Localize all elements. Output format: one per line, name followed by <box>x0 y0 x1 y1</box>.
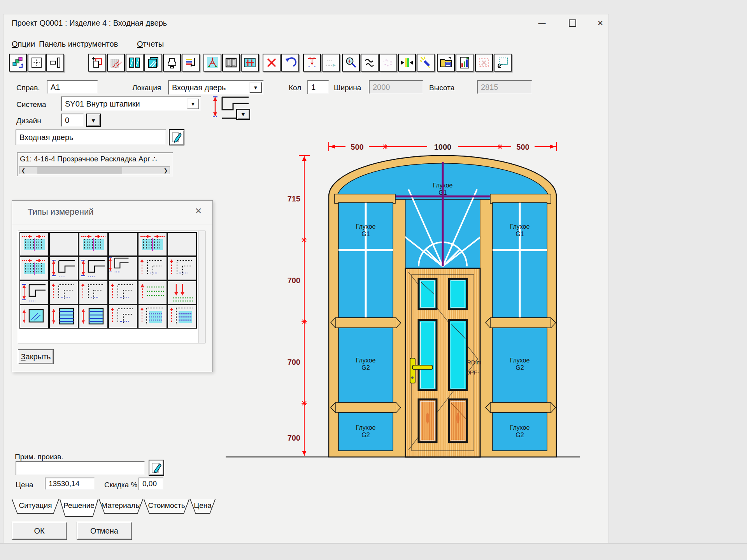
toolbar-button[interactable] <box>398 54 416 72</box>
toolbar-button[interactable] <box>303 54 321 72</box>
dialog-list-scrollbar[interactable] <box>198 231 205 343</box>
toolbar-button[interactable] <box>9 54 27 72</box>
chevron-down-icon[interactable]: ▼ <box>249 82 262 93</box>
measure-type-cell[interactable] <box>108 232 138 256</box>
chevron-down-icon[interactable]: ▼ <box>187 98 199 109</box>
measure-type-cell[interactable] <box>19 304 49 329</box>
edit-note-button[interactable] <box>169 129 184 145</box>
measure-type-cell[interactable] <box>108 280 138 304</box>
measure-type-cell[interactable] <box>167 280 197 304</box>
report-chart-icon <box>458 56 471 69</box>
two-sash-icon <box>224 56 238 69</box>
door-profile-text2: DPF- <box>466 369 479 376</box>
toolbar-button[interactable] <box>241 54 259 72</box>
toolbar-button[interactable] <box>342 54 360 72</box>
measure-type-cell[interactable] <box>19 280 49 304</box>
tab-cost[interactable]: Стоимость <box>144 499 189 514</box>
menu-options[interactable]: Опции <box>12 40 35 49</box>
toolbar-button[interactable] <box>28 54 46 72</box>
dialog-close-action-button[interactable]: Закрыть <box>18 349 54 364</box>
scroll-right-icon[interactable]: ❯ <box>162 167 170 174</box>
system-value: SY01 Внутр штапики <box>65 100 140 108</box>
product-name-input[interactable]: Входная дверь <box>16 130 166 145</box>
tab-situation[interactable]: Ситуация <box>12 499 59 514</box>
minimize-button[interactable]: — <box>534 17 550 29</box>
toolbar-button[interactable] <box>475 54 493 72</box>
sash-icon <box>128 56 141 69</box>
tab-materials[interactable]: Материалы <box>99 499 143 514</box>
drawing-area[interactable]: Глухое G1 Глухое G1 Глухое <box>218 138 587 459</box>
undo-icon <box>284 56 297 69</box>
toolbar-button[interactable] <box>494 54 512 72</box>
discount-input[interactable]: 0,00 <box>139 478 163 490</box>
toolbar-button[interactable] <box>203 54 221 72</box>
toolbar-button[interactable] <box>263 54 281 72</box>
toolbar-button[interactable] <box>88 54 106 72</box>
measure-type-cell[interactable] <box>167 304 197 329</box>
tab-label: Материалы <box>100 499 142 513</box>
toolbar-button[interactable] <box>46 54 64 72</box>
cancel-button[interactable]: Отмена <box>77 522 132 540</box>
location-select[interactable]: Входная дверь ▼ <box>168 80 264 95</box>
scroll-left-icon[interactable]: ❮ <box>19 167 27 174</box>
ref-input[interactable]: A1 <box>47 80 98 94</box>
measure-type-cell[interactable] <box>138 280 167 304</box>
toolbar-button[interactable] <box>361 54 379 72</box>
left-mid-label2: G2 <box>361 364 370 371</box>
tab-price[interactable]: Цена <box>190 499 216 514</box>
measure-type-cell[interactable] <box>108 304 138 329</box>
measure-type-cell[interactable] <box>49 280 79 304</box>
scrollbar-thumb[interactable] <box>37 167 122 174</box>
measure-type-cell[interactable] <box>49 256 79 280</box>
chevron-down-icon: ▼ <box>240 111 246 117</box>
measure-type-cell[interactable] <box>19 232 49 256</box>
toolbar-button[interactable] <box>163 54 181 72</box>
toolbar-button[interactable] <box>281 54 299 72</box>
tab-label: Стоимость <box>144 499 189 513</box>
toolbar-button[interactable] <box>222 54 240 72</box>
menu-reports[interactable]: Отчеты <box>137 40 164 49</box>
measure-type-cell[interactable] <box>167 232 197 256</box>
measure-type-cell[interactable] <box>79 232 108 256</box>
design-dropdown-button[interactable]: ▼ <box>86 114 101 127</box>
left-bot-label2: G2 <box>361 432 370 438</box>
glass-spec-scrollbar[interactable]: ❮ ❯ <box>19 166 170 174</box>
measure-type-cell[interactable] <box>19 256 49 280</box>
measure-type-cell[interactable] <box>49 304 79 329</box>
design-input[interactable]: 0 <box>61 114 84 127</box>
edit-note-button[interactable] <box>149 460 164 476</box>
system-select[interactable]: SY01 Внутр штапики ▼ <box>61 96 201 111</box>
dialog-close-button[interactable]: ✕ <box>192 205 205 217</box>
qty-input[interactable]: 1 <box>307 80 329 94</box>
measure-type-cell[interactable] <box>167 256 197 280</box>
measure-type-cell[interactable] <box>49 232 79 256</box>
measure-type-cell[interactable] <box>138 232 167 256</box>
menu-toolbars[interactable]: Панель инструментов <box>39 40 118 49</box>
toolbar-button[interactable] <box>437 54 455 72</box>
close-button[interactable]: ✕ <box>592 17 608 29</box>
note-input[interactable] <box>16 461 145 475</box>
profile-dropdown-button[interactable]: ▼ <box>236 109 250 120</box>
toolbar-button[interactable] <box>417 54 435 72</box>
toolbar-button[interactable] <box>322 54 340 72</box>
measure-type-cell[interactable] <box>108 256 138 280</box>
toolbar-button[interactable] <box>182 54 200 72</box>
dim-label: 700 <box>288 434 300 442</box>
measure-type-cell[interactable] <box>138 256 167 280</box>
desktop-strip <box>0 543 747 560</box>
measure-type-cell[interactable] <box>138 304 167 329</box>
measure-type-cell[interactable] <box>79 304 108 329</box>
toolbar-button[interactable] <box>144 54 162 72</box>
maximize-button[interactable] <box>564 17 580 29</box>
measure-type-cell[interactable] <box>79 256 108 280</box>
ok-button[interactable]: ОК <box>12 522 67 540</box>
tab-solution[interactable]: Решение <box>60 499 98 517</box>
dialog-separator <box>12 224 212 224</box>
toolbar-button[interactable] <box>379 54 397 72</box>
toolbar-button[interactable] <box>456 54 473 72</box>
note-label: Прим. произв. <box>15 453 63 461</box>
toolbar-button[interactable] <box>107 54 125 72</box>
price-input[interactable]: 13530,14 <box>45 478 95 490</box>
measure-type-cell[interactable] <box>79 280 108 304</box>
toolbar-button[interactable] <box>126 54 144 72</box>
